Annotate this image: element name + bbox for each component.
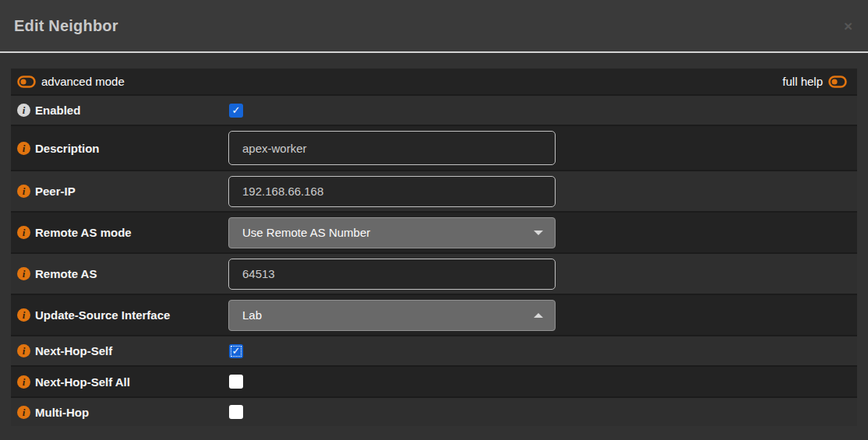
remote-as-mode-selected-value: Use Remote AS Number xyxy=(242,226,534,239)
form-row-peer-ip: i Peer-IP xyxy=(11,171,857,213)
info-icon[interactable]: i xyxy=(17,142,30,155)
advanced-mode-label: advanced mode xyxy=(41,75,125,88)
form-toolbar-row: advanced mode full help xyxy=(11,69,857,96)
advanced-mode-toggle-icon[interactable] xyxy=(17,76,36,88)
info-icon[interactable]: i xyxy=(17,375,30,389)
info-icon[interactable]: i xyxy=(17,226,30,239)
caret-down-icon xyxy=(534,231,543,235)
update-source-interface-selected-value: Lab xyxy=(242,308,534,322)
form-row-remote-as: i Remote AS xyxy=(11,254,857,295)
page-title: Edit Neighbor xyxy=(14,17,118,35)
info-icon[interactable]: i xyxy=(17,185,30,198)
close-icon[interactable]: × xyxy=(844,19,852,33)
field-label-enabled: Enabled xyxy=(35,104,80,117)
neighbor-form: advanced mode full help i Enabled ✓ i De… xyxy=(11,69,857,426)
field-label-remote-as: Remote AS xyxy=(35,267,97,280)
update-source-interface-select[interactable]: Lab xyxy=(228,300,556,331)
full-help-label: full help xyxy=(782,75,823,88)
field-label-next-hop-self-all: Next-Hop-Self All xyxy=(35,375,130,389)
info-icon[interactable]: i xyxy=(17,308,30,322)
form-row-remote-as-mode: i Remote AS mode Use Remote AS Number xyxy=(11,213,857,254)
form-row-enabled: i Enabled ✓ xyxy=(11,96,857,126)
remote-as-input[interactable] xyxy=(228,259,556,290)
caret-up-icon xyxy=(534,313,543,318)
peer-ip-input[interactable] xyxy=(228,176,556,207)
field-label-remote-as-mode: Remote AS mode xyxy=(35,226,132,239)
next-hop-self-checkbox[interactable]: ✓ xyxy=(229,344,243,358)
form-row-update-source-interface: i Update-Source Interface Lab xyxy=(11,295,857,336)
multi-hop-checkbox[interactable] xyxy=(229,405,243,419)
description-input[interactable] xyxy=(228,131,556,165)
field-label-peer-ip: Peer-IP xyxy=(35,185,76,198)
info-icon[interactable]: i xyxy=(17,344,30,357)
field-label-next-hop-self: Next-Hop-Self xyxy=(35,344,112,357)
form-row-next-hop-self: i Next-Hop-Self ✓ xyxy=(11,336,857,367)
form-row-next-hop-self-all: i Next-Hop-Self All xyxy=(11,367,857,398)
full-help-toggle-icon[interactable] xyxy=(828,76,847,88)
field-label-description: Description xyxy=(35,142,100,155)
field-label-multi-hop: Multi-Hop xyxy=(35,406,89,419)
enabled-checkbox[interactable]: ✓ xyxy=(229,104,243,118)
info-icon[interactable]: i xyxy=(17,267,30,280)
remote-as-mode-select[interactable]: Use Remote AS Number xyxy=(228,217,556,248)
info-icon[interactable]: i xyxy=(17,104,30,117)
field-label-update-source-interface: Update-Source Interface xyxy=(35,308,170,322)
next-hop-self-all-checkbox[interactable] xyxy=(229,375,243,389)
modal-header: Edit Neighbor × xyxy=(0,0,868,53)
info-icon[interactable]: i xyxy=(17,406,30,419)
form-row-description: i Description xyxy=(11,126,857,171)
form-row-multi-hop: i Multi-Hop xyxy=(11,398,857,426)
